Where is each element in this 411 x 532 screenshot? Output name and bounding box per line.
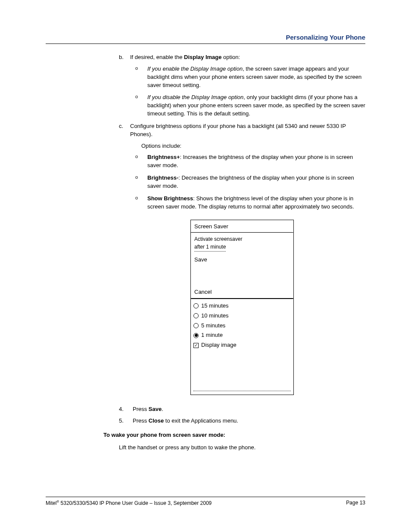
phone-option-10min[interactable]: 10 minutes bbox=[193, 311, 291, 321]
header-rule bbox=[46, 44, 365, 44]
phone-save-button[interactable]: Save bbox=[191, 252, 293, 286]
circle-bullet-icon: o bbox=[135, 195, 138, 202]
item-c-text: Configure brightness options if your pho… bbox=[130, 123, 346, 137]
phone-spacer bbox=[191, 352, 293, 391]
phone-dotted-bottom bbox=[193, 391, 291, 391]
item-c-sub-0: o Brightness+: Increases the brightness … bbox=[130, 153, 365, 170]
circle-bullet-icon: o bbox=[135, 174, 138, 181]
phone-option-5min[interactable]: 5 minutes bbox=[193, 321, 291, 331]
item-b-post: option: bbox=[221, 54, 240, 60]
item-b-marker: b. bbox=[119, 53, 124, 62]
footer-left: Mitel® 5320/5330/5340 IP Phone User Guid… bbox=[46, 500, 212, 506]
step-5-post: to exit the Applications menu. bbox=[164, 417, 238, 424]
footer-rule bbox=[46, 497, 365, 497]
phone-option-label: 15 minutes bbox=[201, 302, 229, 310]
circle-bullet-icon: o bbox=[135, 93, 138, 100]
radio-icon bbox=[193, 303, 199, 308]
footer-brand: Mitel bbox=[46, 500, 56, 506]
wake-text: Lift the handset or press any button to … bbox=[119, 444, 365, 452]
footer-left-post: 5320/5330/5340 IP Phone User Guide – Iss… bbox=[59, 500, 212, 506]
item-b-sublist: o If you enable the Display Image option… bbox=[130, 65, 365, 118]
body-content: b. If desired, enable the Display Image … bbox=[46, 53, 365, 451]
circle-bullet-icon: o bbox=[135, 65, 138, 72]
document-page: Personalizing Your Phone b. If desired, … bbox=[0, 0, 411, 532]
step-4-marker: 4. bbox=[119, 405, 124, 414]
item-c-sub-0-lead: Brightness+ bbox=[147, 154, 180, 160]
numbered-steps: 4. Press Save. 5. Press Close to exit th… bbox=[119, 405, 365, 425]
footer-page-number: Page 13 bbox=[346, 500, 365, 506]
phone-options-list: 15 minutes 10 minutes 5 minutes 1 minute… bbox=[191, 299, 293, 352]
item-c-sub-1-lead: Brightness- bbox=[147, 174, 178, 181]
phone-activate-line1: Activate screensaver bbox=[194, 236, 290, 243]
item-b-pre: If desired, enable the bbox=[130, 54, 184, 60]
phone-activate-text: Activate screensaver after 1 minute bbox=[191, 233, 293, 252]
phone-activate-line2: after 1 minute bbox=[194, 243, 226, 252]
page-footer: Mitel® 5320/5330/5340 IP Phone User Guid… bbox=[46, 497, 365, 506]
radio-selected-icon bbox=[193, 333, 199, 338]
phone-screen-title: Screen Saver bbox=[191, 220, 293, 233]
item-c: c. Configure brightness options if your … bbox=[119, 122, 365, 211]
step-4-post: . bbox=[162, 406, 163, 412]
step-4: 4. Press Save. bbox=[119, 405, 365, 414]
phone-option-15min[interactable]: 15 minutes bbox=[193, 301, 291, 311]
radio-icon bbox=[193, 323, 199, 328]
checkbox-checked-icon: ✓ bbox=[193, 343, 199, 348]
phone-option-label: 10 minutes bbox=[201, 312, 229, 320]
radio-icon bbox=[193, 313, 199, 318]
step-5-pre: Press bbox=[133, 417, 149, 424]
lettered-list: b. If desired, enable the Display Image … bbox=[119, 53, 365, 211]
phone-option-1min[interactable]: 1 minute bbox=[193, 330, 291, 340]
phone-option-label: 5 minutes bbox=[201, 322, 225, 330]
page-header-title: Personalizing Your Phone bbox=[46, 34, 365, 41]
item-c-sub-2: o Show Brightness: Shows the brightness … bbox=[130, 195, 365, 211]
item-c-options-label: Options include: bbox=[141, 142, 365, 150]
item-b-sub-1: o If you disable the Display Image optio… bbox=[130, 93, 365, 118]
item-c-sub-1: o Brightness-: Decreases the brightness … bbox=[130, 174, 365, 190]
item-c-sub-2-lead: Show Brightness bbox=[147, 195, 193, 202]
phone-screen: Screen Saver Activate screensaver after … bbox=[190, 220, 294, 395]
phone-display-image-checkbox[interactable]: ✓ Display image bbox=[193, 340, 291, 350]
step-5-bold: Close bbox=[149, 417, 164, 424]
item-b-sub-0-lead: If you enable the Display Image option bbox=[147, 65, 243, 72]
item-b-sub-0: o If you enable the Display Image option… bbox=[130, 65, 365, 90]
phone-cancel-button[interactable]: Cancel bbox=[191, 286, 293, 298]
item-b-text: If desired, enable the Display Image opt… bbox=[130, 54, 240, 60]
phone-option-label: 1 minute bbox=[201, 331, 223, 339]
item-c-sublist: o Brightness+: Increases the brightness … bbox=[130, 153, 365, 211]
step-4-pre: Press bbox=[133, 406, 149, 412]
wake-heading: To wake your phone from screen saver mod… bbox=[103, 431, 365, 439]
circle-bullet-icon: o bbox=[135, 153, 138, 160]
item-b-sub-1-lead: If you disable the Display Image option bbox=[147, 94, 243, 100]
item-c-marker: c. bbox=[119, 122, 123, 131]
footer-row: Mitel® 5320/5330/5340 IP Phone User Guid… bbox=[46, 500, 365, 506]
step-5: 5. Press Close to exit the Applications … bbox=[119, 417, 365, 425]
item-b-bold: Display Image bbox=[184, 54, 221, 60]
step-5-marker: 5. bbox=[119, 417, 124, 425]
step-4-bold: Save bbox=[149, 406, 162, 412]
item-b: b. If desired, enable the Display Image … bbox=[119, 53, 365, 118]
item-c-sub-1-rest: : Decreases the brightness of the displa… bbox=[147, 174, 354, 189]
phone-checkbox-label: Display image bbox=[201, 341, 237, 349]
